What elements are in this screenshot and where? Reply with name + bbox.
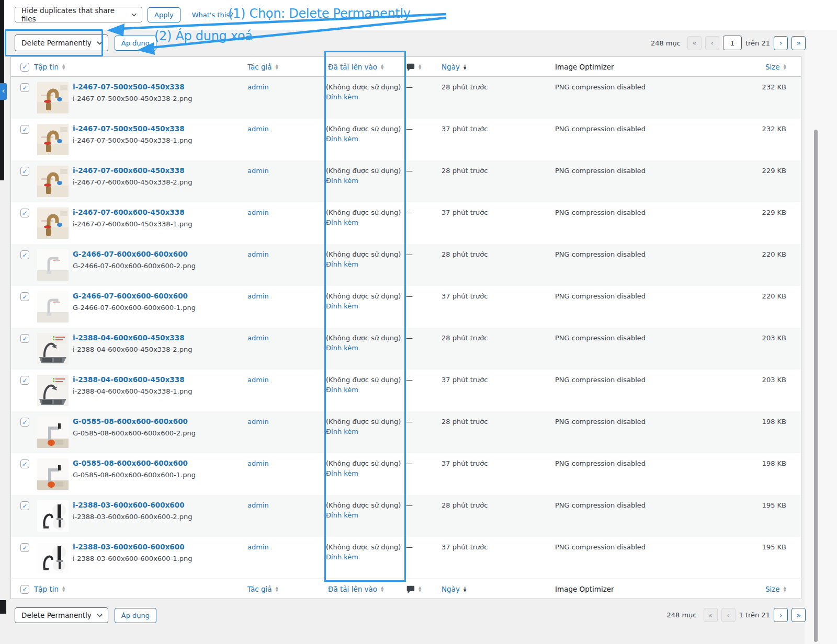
whats-this-link[interactable]: What's this?: [192, 11, 233, 19]
attached-link[interactable]: Đính kèm: [326, 386, 358, 394]
author-link[interactable]: admin: [247, 250, 269, 258]
next-page-button[interactable]: ›: [774, 36, 788, 50]
attachment-thumbnail[interactable]: [37, 208, 69, 239]
chevron-down-icon: [97, 41, 103, 45]
author-link[interactable]: admin: [247, 459, 269, 467]
bulk-apply-button-bottom[interactable]: Áp dụng: [115, 608, 156, 623]
author-link[interactable]: admin: [247, 418, 269, 426]
attachment-thumbnail[interactable]: [37, 417, 69, 448]
attachment-thumbnail[interactable]: [37, 166, 69, 197]
author-link[interactable]: admin: [247, 167, 269, 175]
column-header-file[interactable]: Tập tin ▲▼: [34, 57, 65, 77]
comments-value: —: [406, 418, 413, 426]
author-link[interactable]: admin: [247, 83, 269, 91]
attached-link[interactable]: Đính kèm: [326, 177, 358, 185]
bulk-action-select[interactable]: Delete Permanently: [15, 34, 108, 51]
attached-link[interactable]: Đính kèm: [326, 302, 358, 310]
attached-link[interactable]: Đính kèm: [326, 260, 358, 268]
file-title-link[interactable]: i-2388-04-600x600-450x338: [73, 375, 185, 384]
column-header-uploaded[interactable]: Đã tải lên vào ▲▼: [328, 57, 383, 77]
column-footer-file[interactable]: Tập tin ▲▼: [34, 579, 65, 599]
row-checkbox[interactable]: ✓: [20, 292, 29, 301]
select-all-checkbox[interactable]: ✓: [20, 585, 29, 594]
file-name: G-0585-08-600x600-600x600-1.png: [73, 471, 196, 479]
attachment-thumbnail[interactable]: [37, 375, 69, 406]
author-link[interactable]: admin: [247, 125, 269, 133]
author-link[interactable]: admin: [247, 501, 269, 509]
collapse-menu-icon[interactable]: ‹: [0, 83, 7, 100]
author-link[interactable]: admin: [247, 292, 269, 300]
attachment-thumbnail[interactable]: [37, 291, 69, 323]
row-checkbox[interactable]: ✓: [20, 334, 29, 343]
last-page-button[interactable]: »: [791, 36, 806, 50]
column-header-author[interactable]: Tác giả ▲▼: [247, 57, 278, 77]
bulk-action-select-bottom[interactable]: Delete Permanently: [15, 607, 108, 623]
row-checkbox[interactable]: ✓: [20, 459, 29, 468]
column-footer-size[interactable]: Size ▲▼: [765, 579, 786, 599]
attachment-thumbnail[interactable]: [37, 542, 69, 573]
vertical-scrollbar[interactable]: [814, 130, 818, 642]
row-checkbox[interactable]: ✓: [20, 543, 29, 552]
column-header-date[interactable]: Ngày ▲▼: [442, 57, 466, 77]
attached-link[interactable]: Đính kèm: [326, 511, 358, 519]
row-checkbox[interactable]: ✓: [20, 376, 29, 385]
row-checkbox[interactable]: ✓: [20, 83, 29, 92]
attached-link[interactable]: Đính kèm: [326, 93, 358, 101]
column-footer-date[interactable]: Ngày ▲▼: [442, 579, 466, 599]
column-footer-author[interactable]: Tác giả ▲▼: [247, 579, 278, 599]
row-checkbox[interactable]: ✓: [20, 209, 29, 217]
optimizer-status: PNG compression disabled: [555, 292, 646, 300]
file-title-link[interactable]: i-2467-07-500x500-450x338: [73, 124, 185, 133]
attachment-thumbnail[interactable]: [37, 458, 69, 490]
file-name: i-2467-07-600x600-450x338-2.png: [73, 178, 192, 186]
attached-link[interactable]: Đính kèm: [326, 553, 358, 561]
attached-link[interactable]: Đính kèm: [326, 218, 358, 226]
file-title-link[interactable]: G-0585-08-600x600-600x600: [73, 417, 188, 426]
attachment-thumbnail[interactable]: [37, 333, 69, 364]
attached-link[interactable]: Đính kèm: [326, 469, 358, 477]
bulk-apply-button[interactable]: Áp dụng: [115, 36, 156, 51]
usage-status: (Không được sử dụng): [326, 83, 401, 91]
file-title-link[interactable]: i-2467-07-600x600-450x338: [73, 208, 185, 216]
file-title-link[interactable]: i-2388-03-600x600-600x600: [73, 501, 185, 509]
author-link[interactable]: admin: [247, 376, 269, 384]
usage-status: (Không được sử dụng): [326, 125, 401, 133]
row-checkbox[interactable]: ✓: [20, 250, 29, 259]
attached-link[interactable]: Đính kèm: [326, 135, 358, 143]
filter-duplicates-select[interactable]: Hide duplicates that share files: [15, 7, 142, 22]
column-header-comments[interactable]: ▲▼: [406, 57, 421, 77]
author-link[interactable]: admin: [247, 209, 269, 216]
comments-value: —: [406, 376, 413, 384]
attachment-thumbnail[interactable]: [37, 124, 69, 155]
table-row: ✓ G-2466-07-600x600-600x600 G-2466-07-60…: [11, 244, 801, 286]
optimizer-status: PNG compression disabled: [555, 167, 646, 175]
file-title-link[interactable]: i-2388-03-600x600-600x600: [73, 543, 185, 551]
author-link[interactable]: admin: [247, 334, 269, 342]
file-title-link[interactable]: G-2466-07-600x600-600x600: [73, 250, 188, 258]
attachment-thumbnail[interactable]: [37, 82, 69, 113]
column-footer-comments[interactable]: ▲▼: [406, 579, 421, 599]
file-title-link[interactable]: i-2467-07-600x600-450x338: [73, 166, 185, 175]
column-footer-uploaded[interactable]: Đã tải lên vào ▲▼: [328, 579, 383, 599]
attachment-thumbnail[interactable]: [37, 249, 69, 281]
sort-icon: ▲▼: [62, 586, 65, 592]
row-checkbox[interactable]: ✓: [20, 125, 29, 134]
file-title-link[interactable]: G-0585-08-600x600-600x600: [73, 459, 188, 467]
row-checkbox[interactable]: ✓: [20, 418, 29, 427]
next-page-button[interactable]: ›: [774, 608, 788, 622]
last-page-button[interactable]: »: [791, 608, 806, 622]
column-header-size[interactable]: Size ▲▼: [765, 57, 786, 77]
current-page-input[interactable]: [723, 36, 742, 50]
author-link[interactable]: admin: [247, 543, 269, 551]
attached-link[interactable]: Đính kèm: [326, 344, 358, 352]
file-title-link[interactable]: G-2466-07-600x600-600x600: [73, 292, 188, 300]
row-checkbox[interactable]: ✓: [20, 167, 29, 176]
file-title-link[interactable]: i-2467-07-500x500-450x338: [73, 83, 185, 91]
attachment-thumbnail[interactable]: [37, 500, 69, 532]
attached-link[interactable]: Đính kèm: [326, 428, 358, 435]
apply-filter-button[interactable]: Apply: [148, 7, 180, 22]
file-title-link[interactable]: i-2388-04-600x600-450x338: [73, 334, 185, 342]
row-checkbox[interactable]: ✓: [20, 501, 29, 510]
table-row: ✓ i-2467-07-500x500-450x338 i-2467-07-50…: [11, 77, 801, 119]
select-all-checkbox[interactable]: ✓: [20, 63, 29, 72]
